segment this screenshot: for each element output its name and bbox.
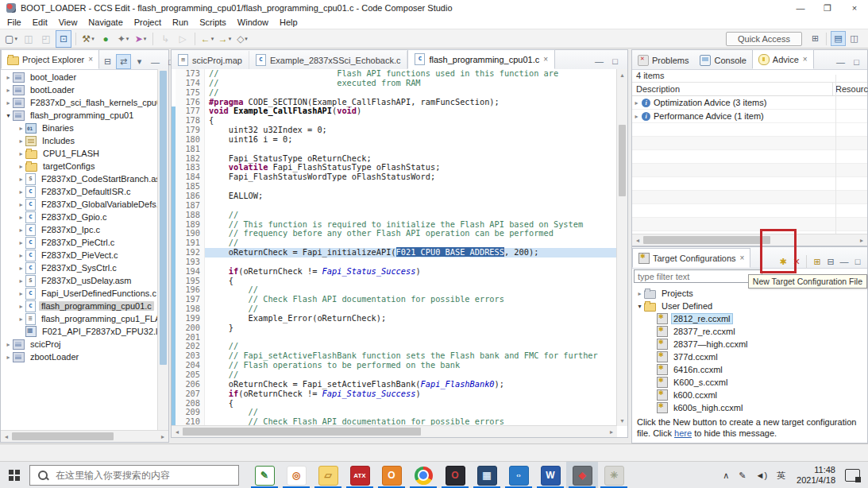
tree-item[interactable]: 28377_re.ccxml bbox=[632, 325, 866, 338]
line-number[interactable]: 200 bbox=[176, 323, 205, 333]
editor-vscrollbar[interactable]: ▴ ▾ bbox=[616, 69, 627, 426]
chevron-right-icon[interactable]: ▸ bbox=[4, 99, 13, 107]
open-perspective-button[interactable]: ⊞ bbox=[808, 31, 823, 46]
forward-button[interactable]: →▾ bbox=[217, 30, 233, 48]
tree-item[interactable]: ▸F2837xD_Gpio.c bbox=[1, 211, 158, 223]
tree-item[interactable]: ▸boot_loader bbox=[1, 71, 158, 83]
line-number[interactable]: 194 bbox=[176, 267, 205, 277]
tree-item[interactable]: ▸F2837xD_PieVect.c bbox=[1, 249, 158, 261]
editor-hscrollbar[interactable]: ◂ ▸ bbox=[172, 425, 617, 437]
line-number[interactable]: 181 bbox=[176, 145, 205, 154]
search-input[interactable] bbox=[54, 469, 238, 482]
scroll-right-icon[interactable]: ▸ bbox=[157, 431, 168, 442]
tree-item[interactable]: ▸CPU1_FLASH bbox=[1, 147, 158, 160]
tab-problems[interactable]: Problems bbox=[632, 51, 694, 69]
project-explorer-hscrollbar[interactable]: ◂ ▸ bbox=[1, 430, 168, 442]
back-button[interactable]: ←▾ bbox=[199, 30, 215, 48]
tree-item[interactable]: ▸F2837xD_PieCtrl.c bbox=[1, 236, 158, 249]
chevron-right-icon[interactable]: ▸ bbox=[17, 227, 25, 234]
chevron-right-icon[interactable]: ▸ bbox=[17, 214, 25, 221]
dropdown-arrow-icon[interactable]: ▾ bbox=[245, 36, 248, 42]
advice-row[interactable]: ▸iOptimization Advice (3 items) bbox=[632, 96, 867, 110]
code-line[interactable]: 194 if(oReturnCheck != Fapi_Status_Succe… bbox=[172, 267, 617, 277]
tab-target-configurations[interactable]: Target Configurations × bbox=[632, 248, 750, 268]
tree-item[interactable]: ▸flash_programming_cpu01.c bbox=[1, 300, 158, 312]
close-icon[interactable]: × bbox=[803, 55, 808, 64]
target-window-button[interactable]: ⊡ bbox=[56, 30, 71, 48]
taskbar-clock[interactable]: 11:48 2021/4/18 bbox=[797, 465, 835, 486]
scroll-left-icon[interactable]: ◂ bbox=[632, 234, 643, 246]
code-line[interactable]: 200 } bbox=[172, 323, 617, 333]
word-button[interactable]: W bbox=[534, 462, 566, 488]
flash-button[interactable]: ✦▾ bbox=[115, 30, 131, 48]
dropdown-arrow-icon[interactable]: ▾ bbox=[144, 36, 147, 42]
tree-item[interactable]: ▸F2837xD_DefaultISR.c bbox=[1, 185, 158, 198]
line-number[interactable]: 175 bbox=[176, 88, 205, 98]
quick-access-button[interactable]: Quick Access bbox=[726, 32, 802, 46]
chevron-right-icon[interactable]: ▸ bbox=[17, 188, 25, 196]
tree-item[interactable]: 377d.ccxml bbox=[632, 351, 866, 363]
scroll-down-icon[interactable]: ▾ bbox=[617, 415, 627, 426]
code-line[interactable]: 199 Example_Error(oReturnCheck); bbox=[172, 314, 617, 323]
tray-pen-icon[interactable]: ✎ bbox=[739, 471, 746, 481]
editor-tab[interactable]: flash_programming_cpu01.c× bbox=[407, 49, 555, 69]
tree-item[interactable]: ▸F2837xD_usDelay.asm bbox=[1, 274, 158, 287]
editor-tab[interactable]: scicProj.map bbox=[172, 51, 249, 69]
line-number[interactable]: 188 bbox=[176, 211, 205, 220]
ccs-app-button[interactable]: ◆ bbox=[566, 462, 598, 488]
menu-item-help[interactable]: Help bbox=[274, 17, 303, 28]
tree-item[interactable]: k600s_high.ccxml bbox=[632, 401, 866, 414]
link-with-editor-button[interactable]: ⇄ bbox=[116, 54, 131, 69]
line-number[interactable]: 193 bbox=[176, 258, 205, 267]
chevron-right-icon[interactable]: ▸ bbox=[632, 113, 641, 120]
menu-item-project[interactable]: Project bbox=[129, 17, 167, 28]
scroll-up-icon[interactable]: ▴ bbox=[617, 69, 627, 80]
minimize-button[interactable]: — bbox=[838, 255, 851, 268]
chevron-right-icon[interactable]: ▸ bbox=[4, 354, 13, 361]
tab-console[interactable]: Console bbox=[694, 51, 751, 69]
tree-item[interactable]: 2812_re.ccxml bbox=[632, 312, 866, 325]
code-line[interactable]: 174// executed from RAM bbox=[172, 79, 617, 88]
close-button[interactable]: × bbox=[841, 0, 868, 16]
line-number[interactable]: 207 bbox=[176, 389, 205, 399]
menu-item-scripts[interactable]: Scripts bbox=[194, 17, 232, 28]
chevron-down-icon[interactable]: ▾ bbox=[635, 303, 644, 310]
tree-item[interactable]: ▸F2837xD_CodeStartBranch.asm bbox=[1, 172, 158, 185]
tree-item[interactable]: ▸Fapi_UserDefinedFunctions.c bbox=[1, 287, 158, 300]
editor-tab[interactable]: Example_2837xSSci_Echoback.c bbox=[249, 51, 407, 69]
tree-item[interactable]: ▸F2837xD_sci_flash_kernels_cpu01 bbox=[1, 96, 158, 109]
inactive-app-button[interactable]: ✳ bbox=[598, 462, 630, 488]
close-icon[interactable]: × bbox=[88, 55, 93, 64]
tree-item[interactable]: ▸Binaries bbox=[1, 122, 158, 134]
tree-item[interactable]: ▸F2837xD_Ipc.c bbox=[1, 223, 158, 236]
import-target-configuration-button[interactable]: ⊞ bbox=[811, 255, 824, 268]
chevron-right-icon[interactable]: ▸ bbox=[17, 265, 25, 272]
menu-item-window[interactable]: Window bbox=[232, 17, 274, 28]
tree-item[interactable]: ▸F2837xD_SysCtrl.c bbox=[1, 261, 158, 274]
search-tool-app-button[interactable]: ◎ bbox=[280, 462, 312, 488]
tray-chevron-up-icon[interactable]: ∧ bbox=[723, 471, 729, 481]
menu-item-navigate[interactable]: Navigate bbox=[83, 17, 128, 28]
atx-app-button[interactable]: ATX bbox=[344, 462, 376, 488]
tree-item[interactable]: ▸targetConfigs bbox=[1, 160, 158, 172]
ccs-edit-perspective-button[interactable]: ▤ bbox=[831, 31, 846, 46]
maximize-button[interactable]: □ bbox=[851, 255, 864, 268]
dropdown-arrow-icon[interactable]: ▾ bbox=[229, 36, 232, 42]
office-o-app-button[interactable]: O bbox=[376, 462, 407, 488]
chevron-right-icon[interactable]: ▸ bbox=[17, 150, 25, 157]
scroll-right-icon[interactable]: ▸ bbox=[856, 234, 867, 246]
chevron-right-icon[interactable]: ▸ bbox=[17, 239, 25, 246]
tree-item[interactable]: ▸flash_programming_cpu1_FLASH.cm bbox=[1, 312, 158, 325]
line-number[interactable]: 174 bbox=[176, 79, 205, 88]
column-description[interactable]: Description bbox=[632, 83, 832, 95]
chevron-right-icon[interactable]: ▸ bbox=[17, 252, 25, 259]
last-edit-button[interactable]: ◇▾ bbox=[234, 30, 250, 48]
tree-item[interactable]: ▾flash_programming_cpu01 bbox=[1, 109, 158, 122]
chevron-right-icon[interactable]: ▸ bbox=[4, 341, 13, 348]
code-line[interactable]: 177void Example_CallFlashAPI(void) bbox=[172, 107, 617, 116]
dropdown-arrow-icon[interactable]: ▾ bbox=[14, 36, 17, 42]
notification-center-icon[interactable] bbox=[845, 469, 860, 482]
scroll-right-icon[interactable]: ▸ bbox=[606, 426, 617, 437]
tree-item[interactable]: 6416n.ccxml bbox=[632, 363, 866, 376]
new-button[interactable]: ▢▾ bbox=[3, 30, 19, 48]
